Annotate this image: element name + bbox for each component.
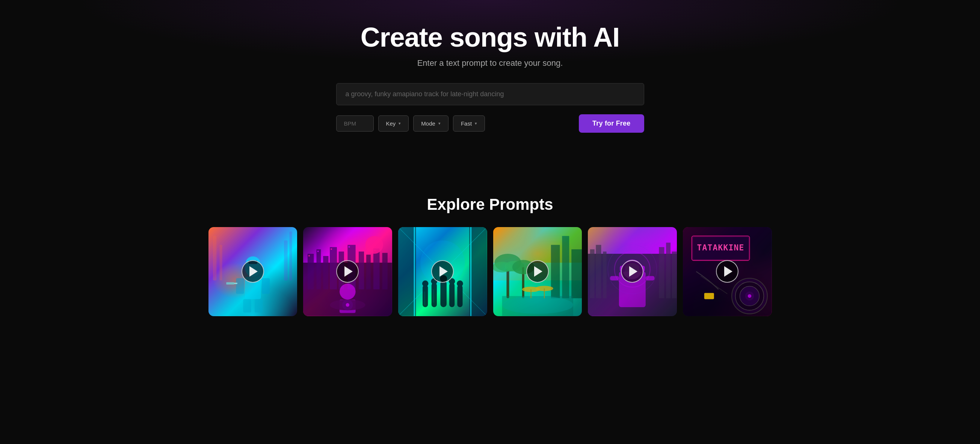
prompt-card-4[interactable] (493, 227, 582, 316)
card-3-play-button[interactable] (431, 260, 454, 283)
prompt-cards-grid: TATAKKINE (208, 227, 772, 316)
bpm-input[interactable] (336, 115, 374, 132)
card-6-play-button[interactable] (716, 260, 738, 283)
page-wrapper: Create songs with AI Enter a text prompt… (0, 0, 980, 339)
key-chevron-icon: ▾ (399, 121, 401, 126)
prompt-card-2[interactable] (303, 227, 392, 316)
speed-label: Fast (461, 120, 472, 127)
card-3-play-overlay (398, 227, 487, 316)
card-6-play-overlay (683, 227, 772, 316)
mode-dropdown[interactable]: Mode ▾ (413, 115, 449, 132)
prompt-card-3[interactable] (398, 227, 487, 316)
card-4-play-overlay (493, 227, 582, 316)
card-5-play-button[interactable] (621, 260, 643, 283)
card-1-play-button[interactable] (242, 260, 264, 283)
explore-title: Explore Prompts (15, 195, 965, 214)
prompt-input[interactable] (336, 83, 644, 105)
hero-subtitle: Enter a text prompt to create your song. (417, 58, 563, 68)
key-label: Key (386, 120, 396, 127)
prompt-card-5[interactable] (588, 227, 677, 316)
speed-chevron-icon: ▾ (475, 121, 477, 126)
card-5-play-overlay (588, 227, 677, 316)
controls-row: Key ▾ Mode ▾ Fast ▾ Try for Free (336, 114, 644, 133)
prompt-card-1[interactable] (208, 227, 298, 316)
hero-title: Create songs with AI (361, 22, 619, 52)
key-dropdown[interactable]: Key ▾ (378, 115, 409, 132)
hero-section: Create songs with AI Enter a text prompt… (0, 0, 980, 180)
explore-section: Explore Prompts (0, 180, 980, 339)
card-4-play-button[interactable] (526, 260, 549, 283)
try-free-button[interactable]: Try for Free (579, 114, 644, 133)
prompt-card-6[interactable]: TATAKKINE (683, 227, 772, 316)
mode-chevron-icon: ▾ (438, 121, 441, 126)
card-1-play-overlay (208, 227, 298, 316)
mode-label: Mode (421, 120, 435, 127)
prompt-input-row (336, 83, 644, 105)
card-2-play-button[interactable] (336, 260, 359, 283)
speed-dropdown[interactable]: Fast ▾ (453, 115, 485, 132)
card-2-play-overlay (303, 227, 392, 316)
